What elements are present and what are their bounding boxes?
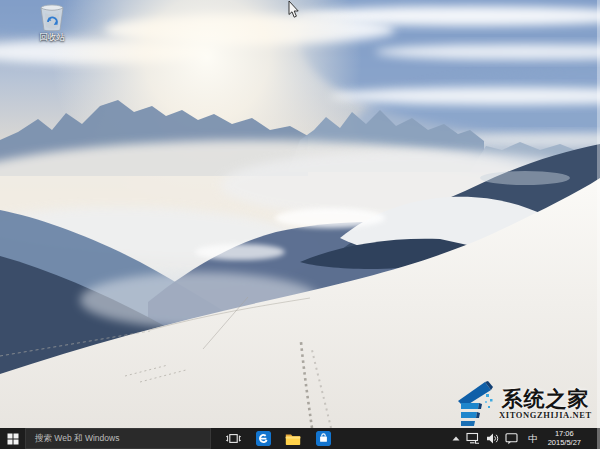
search-placeholder-text: 搜索 Web 和 Windows bbox=[35, 433, 119, 445]
clock-date: 2015/5/27 bbox=[548, 439, 581, 448]
windows-store-button[interactable] bbox=[308, 428, 338, 449]
network-icon bbox=[466, 432, 480, 445]
taskbar-pinned-icons bbox=[218, 428, 338, 449]
system-tray: 中 17:06 2015/5/27 bbox=[449, 428, 600, 449]
task-view-button[interactable] bbox=[218, 428, 248, 449]
desktop-screen: 回收站 系统之家 XITONGZHIJIA.NET bbox=[0, 0, 600, 449]
task-view-icon bbox=[225, 431, 242, 446]
recycle-bin-label: 回收站 bbox=[39, 33, 65, 42]
edge-browser-button[interactable] bbox=[248, 428, 278, 449]
xitongzhijia-house-logo bbox=[455, 379, 497, 427]
ime-language-label: 中 bbox=[524, 428, 542, 449]
chevron-up-icon bbox=[452, 436, 460, 441]
file-explorer-button[interactable] bbox=[278, 428, 308, 449]
watermark-subtitle: XITONGZHIJIA.NET bbox=[499, 411, 592, 420]
wallpaper-image bbox=[0, 0, 600, 428]
speaker-icon bbox=[486, 432, 499, 445]
network-button[interactable] bbox=[463, 428, 483, 449]
recycle-bin[interactable]: 回收站 bbox=[26, 4, 78, 48]
start-button[interactable] bbox=[0, 428, 25, 449]
watermark: 系统之家 XITONGZHIJIA.NET bbox=[455, 379, 598, 428]
edge-icon bbox=[256, 431, 271, 446]
store-bag-icon bbox=[316, 431, 331, 446]
folder-icon bbox=[285, 432, 301, 446]
windows-logo-icon bbox=[7, 433, 19, 445]
taskbar: 搜索 Web 和 Windows bbox=[0, 428, 600, 449]
tray-overflow-button[interactable] bbox=[449, 428, 463, 449]
volume-button[interactable] bbox=[483, 428, 502, 449]
action-center-button[interactable] bbox=[502, 428, 521, 449]
tray-clock[interactable]: 17:06 2015/5/27 bbox=[545, 428, 584, 449]
ime-indicator[interactable]: 中 bbox=[521, 428, 545, 449]
message-bubble-icon bbox=[505, 432, 518, 445]
watermark-title: 系统之家 bbox=[501, 387, 589, 411]
taskbar-search-input[interactable]: 搜索 Web 和 Windows bbox=[25, 428, 211, 449]
recycle-bin-icon bbox=[37, 4, 67, 32]
